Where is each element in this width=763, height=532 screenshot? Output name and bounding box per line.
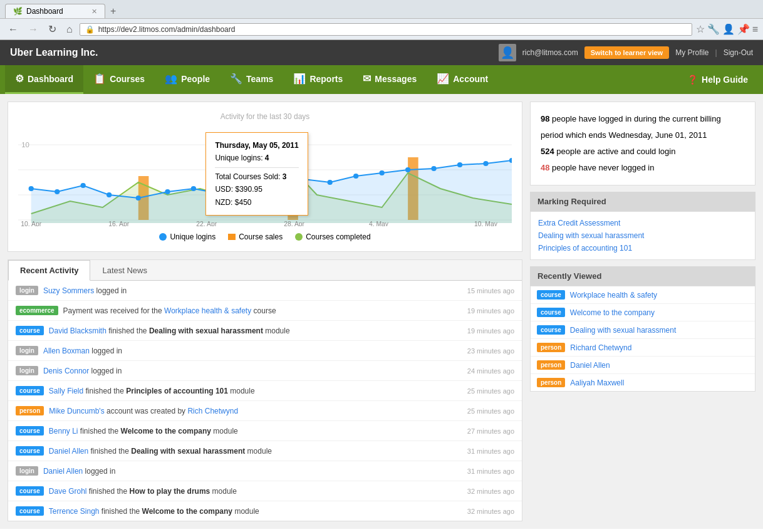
nav-item-teams[interactable]: 🔧 Teams xyxy=(220,65,283,94)
list-item: ecommerce Payment was received for the W… xyxy=(8,301,522,321)
nav-item-reports[interactable]: 📊 Reports xyxy=(283,65,353,94)
new-tab-button[interactable]: + xyxy=(110,6,116,17)
switch-to-learner-button[interactable]: Switch to learner view xyxy=(584,46,670,59)
marking-link-3[interactable]: Principles of accounting 101 xyxy=(538,242,747,254)
legend-logins-icon xyxy=(159,233,167,241)
list-item: person Mike Duncumb's account was create… xyxy=(8,401,522,421)
svg-text:10: 10 xyxy=(21,141,29,149)
activity-text: Suzy Sommers logged in xyxy=(43,286,462,295)
svg-point-10 xyxy=(29,186,34,191)
svg-point-15 xyxy=(165,189,170,194)
sign-out-link[interactable]: Sign-Out xyxy=(724,48,753,57)
nav-label-teams: Teams xyxy=(246,74,273,84)
nav-item-courses[interactable]: 📋 Courses xyxy=(83,65,155,94)
svg-point-14 xyxy=(136,196,141,201)
marking-links: Extra Credit Assessment Dealing with sex… xyxy=(530,211,755,260)
browser-actions: ☆ 🔧 👤 📌 ≡ xyxy=(696,23,758,35)
activity-link[interactable]: Dave Grohl xyxy=(49,487,87,496)
badge-course: course xyxy=(16,446,44,456)
browser-tab[interactable]: 🌿 Dashboard ✕ xyxy=(5,4,105,18)
nav-item-messages[interactable]: ✉ Messages xyxy=(353,65,427,94)
activity-time: 19 minutes ago xyxy=(467,327,514,335)
rv-item: person Daniel Allen xyxy=(531,357,755,374)
tab-recent-activity[interactable]: Recent Activity xyxy=(8,260,90,281)
rv-link[interactable]: Welcome to the company xyxy=(570,308,655,317)
back-button[interactable]: ← xyxy=(5,23,21,36)
activity-link[interactable]: Terrence Singh xyxy=(49,507,100,516)
main-right: 98 people have logged in during the curr… xyxy=(530,102,755,521)
legend-logins: Unique logins xyxy=(159,232,215,241)
rv-link[interactable]: Richard Chetwynd xyxy=(570,343,631,352)
activity-link[interactable]: Workplace health & safety xyxy=(164,306,251,315)
legend-completed-label: Courses completed xyxy=(306,232,370,241)
rv-link[interactable]: Aaliyah Maxwell xyxy=(570,378,624,387)
refresh-button[interactable]: ↻ xyxy=(45,22,60,36)
tooltip-date: Thursday, May 05, 2011 xyxy=(215,139,298,152)
badge-course: course xyxy=(537,290,565,300)
activity-time: 27 minutes ago xyxy=(467,427,514,435)
rv-link[interactable]: Dealing with sexual harassment xyxy=(570,326,676,335)
activity-link[interactable]: Suzy Sommers xyxy=(43,286,94,295)
svg-point-11 xyxy=(54,189,60,194)
marking-link-1[interactable]: Extra Credit Assessment xyxy=(538,217,747,229)
address-bar[interactable]: 🔒 https://dev2.litmos.com/admin/dashboar… xyxy=(80,23,692,36)
tooltip-usd: USD: $390.95 xyxy=(215,183,298,196)
nav-item-dashboard[interactable]: ⚙ Dashboard xyxy=(5,65,83,94)
activity-link[interactable]: Sally Field xyxy=(49,387,83,395)
svg-text:28. Apr: 28. Apr xyxy=(284,221,304,226)
help-guide-link[interactable]: ❓ Help Guide xyxy=(677,67,758,92)
legend-sales-icon xyxy=(228,234,236,240)
my-profile-link[interactable]: My Profile xyxy=(675,48,708,57)
activity-link[interactable]: Daniel Allen xyxy=(43,467,83,476)
activity-link[interactable]: Denis Connor xyxy=(43,367,89,375)
home-button[interactable]: ⌂ xyxy=(63,23,76,36)
activity-time: 32 minutes ago xyxy=(467,488,514,495)
nav-label-dashboard: Dashboard xyxy=(28,74,73,84)
tab-close-icon[interactable]: ✕ xyxy=(91,8,97,16)
marking-required-section: Marking Required Extra Credit Assessment… xyxy=(530,192,755,260)
badge-ecommerce: ecommerce xyxy=(16,306,58,315)
tabs-container: Recent Activity Latest News login Suzy S… xyxy=(8,259,522,521)
extension1-icon[interactable]: 🔧 xyxy=(707,23,720,35)
legend-sales-label: Course sales xyxy=(239,232,283,241)
stat-num-3: 48 xyxy=(541,163,549,172)
activity-link-2[interactable]: Rich Chetwynd xyxy=(187,407,238,415)
url-text: https://dev2.litmos.com/admin/dashboard xyxy=(98,25,236,34)
nav-item-people[interactable]: 👥 People xyxy=(155,65,220,94)
help-label: Help Guide xyxy=(702,75,748,85)
app: Uber Learning Inc. 👤 rich@litmos.com Swi… xyxy=(0,40,763,532)
activity-link[interactable]: Benny Li xyxy=(49,427,78,436)
badge-person: person xyxy=(537,360,565,370)
menu-icon[interactable]: ≡ xyxy=(752,24,758,35)
activity-text: Allen Boxman logged in xyxy=(43,347,462,355)
main-left: Activity for the last 30 days 10 xyxy=(8,102,522,521)
forward-button[interactable]: → xyxy=(25,23,41,36)
extension2-icon[interactable]: 👤 xyxy=(722,23,735,35)
star-icon[interactable]: ☆ xyxy=(696,23,705,35)
activity-time: 23 minutes ago xyxy=(467,347,514,355)
tab-title: Dashboard xyxy=(26,7,63,16)
svg-point-12 xyxy=(81,183,86,188)
recently-viewed-list: course Workplace health & safety course … xyxy=(530,286,755,392)
activity-link[interactable]: David Blacksmith xyxy=(49,326,106,335)
nav-item-account[interactable]: 📈 Account xyxy=(427,65,498,94)
extension3-icon[interactable]: 📌 xyxy=(737,23,750,35)
activity-text: Benny Li finished the Welcome to the com… xyxy=(49,427,462,436)
stat-line-3: 48 people have never logged in xyxy=(541,160,745,176)
activity-text: Sally Field finished the Principles of a… xyxy=(49,387,462,395)
svg-text:22. Apr: 22. Apr xyxy=(196,221,217,226)
rv-link[interactable]: Workplace health & safety xyxy=(570,291,657,300)
rv-item: course Workplace health & safety xyxy=(531,286,755,304)
browser-chrome: 🌿 Dashboard ✕ + ← → ↻ ⌂ 🔒 https://dev2.l… xyxy=(0,0,763,40)
activity-link[interactable]: Daniel Allen xyxy=(49,447,88,456)
activity-time: 31 minutes ago xyxy=(467,447,514,455)
list-item: course Dave Grohl finished the How to pl… xyxy=(8,481,522,501)
activity-link[interactable]: Mike Duncumb's xyxy=(49,407,104,415)
rv-link[interactable]: Daniel Allen xyxy=(570,361,610,370)
activity-link[interactable]: Allen Boxman xyxy=(43,347,90,355)
marking-link-2[interactable]: Dealing with sexual harassment xyxy=(538,229,747,242)
tab-latest-news[interactable]: Latest News xyxy=(90,260,159,280)
stat-text-1: people have logged in during the current… xyxy=(541,114,721,140)
activity-time: 25 minutes ago xyxy=(467,407,514,415)
main-nav: ⚙ Dashboard 📋 Courses 👥 People 🔧 Teams 📊… xyxy=(0,65,763,94)
